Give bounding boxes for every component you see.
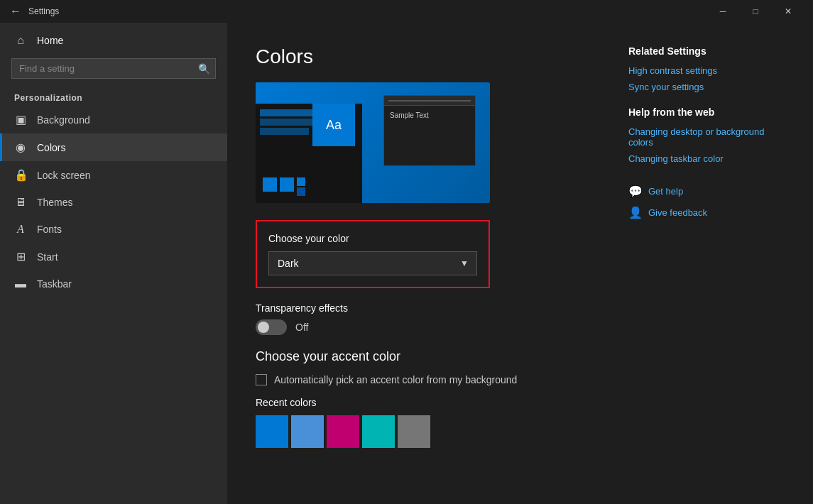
maximize-button[interactable]: □: [739, 0, 772, 23]
app-title: Settings: [28, 6, 706, 16]
sidebar-item-start[interactable]: ⊞ Start: [0, 243, 227, 270]
transparency-label: Transparency effects: [256, 302, 600, 314]
minimize-button[interactable]: ─: [706, 0, 739, 23]
related-settings-title: Related Settings: [628, 45, 785, 57]
page-title: Colors: [256, 45, 600, 68]
auto-accent-label: Automatically pick an accent color from …: [274, 374, 517, 385]
transparency-toggle-row: Off: [256, 319, 600, 335]
auto-accent-checkbox[interactable]: [256, 374, 267, 385]
sidebar-item-fonts[interactable]: A Fonts: [0, 216, 227, 243]
preview-window: Sample Text: [383, 95, 476, 166]
taskbar-icon: ▬: [14, 278, 27, 290]
swatch-3[interactable]: [362, 415, 395, 448]
preview-window-bar: [384, 96, 475, 106]
sidebar-item-taskbar[interactable]: ▬ Taskbar: [0, 270, 227, 297]
start-icon: ⊞: [14, 250, 27, 263]
give-feedback-item[interactable]: 👤 Give feedback: [628, 205, 785, 219]
changing-taskbar-link[interactable]: Changing taskbar color: [628, 153, 785, 164]
sidebar-item-themes[interactable]: 🖥 Themes: [0, 189, 227, 216]
swatch-1[interactable]: [291, 415, 324, 448]
recent-colors-label: Recent colors: [256, 397, 600, 408]
high-contrast-link[interactable]: High contrast settings: [628, 65, 785, 76]
swatch-2[interactable]: [327, 415, 359, 448]
accent-color-title: Choose your accent color: [256, 349, 600, 364]
preview-aa-box: Aa: [312, 104, 355, 146]
color-dropdown-wrapper: Dark Light Custom ▼: [268, 251, 477, 275]
transparency-toggle[interactable]: [256, 319, 287, 335]
app-container: ⌂ Home 🔍 Personalization ▣ Background ◉ …: [0, 23, 813, 504]
preview-tile-small-2: [297, 187, 305, 196]
toggle-knob: [258, 322, 269, 333]
choose-color-section: Choose your color Dark Light Custom ▼: [256, 220, 490, 288]
transparency-section: Transparency effects Off: [256, 302, 600, 335]
preview-tile-2: [280, 177, 294, 192]
sidebar-item-lock-screen[interactable]: 🔒 Lock screen: [0, 161, 227, 189]
choose-color-label: Choose your color: [268, 233, 477, 244]
color-swatches: [256, 415, 600, 448]
search-icon: 🔍: [198, 63, 210, 75]
back-button[interactable]: ←: [9, 4, 23, 18]
get-help-item[interactable]: 💬 Get help: [628, 184, 785, 198]
sidebar: ⌂ Home 🔍 Personalization ▣ Background ◉ …: [0, 23, 227, 504]
main-content: Colors Aa Sample Text: [227, 23, 813, 504]
preview-taskbar-row-3: [260, 128, 309, 135]
color-dropdown[interactable]: Dark Light Custom: [268, 251, 477, 275]
sidebar-item-home[interactable]: ⌂ Home: [0, 28, 227, 53]
changing-desktop-link[interactable]: Changing desktop or background colors: [628, 126, 785, 148]
home-icon: ⌂: [14, 34, 27, 47]
accent-color-section: Choose your accent color Automatically p…: [256, 349, 600, 448]
sidebar-item-colors[interactable]: ◉ Colors: [0, 133, 227, 161]
search-input[interactable]: [11, 58, 216, 79]
content-area: Colors Aa Sample Text: [256, 45, 600, 481]
preview-tiles: [263, 177, 305, 196]
get-help-link[interactable]: Get help: [648, 186, 683, 197]
give-feedback-link[interactable]: Give feedback: [648, 207, 707, 218]
preview-tile-small-1: [297, 177, 305, 186]
themes-icon: 🖥: [14, 196, 27, 209]
sync-settings-link[interactable]: Sync your settings: [628, 82, 785, 92]
colors-icon: ◉: [14, 141, 27, 154]
swatch-4[interactable]: [398, 415, 430, 448]
background-icon: ▣: [14, 113, 27, 126]
preview-taskbar-row-1: [260, 109, 319, 116]
lock-icon: 🔒: [14, 168, 27, 182]
color-preview: Aa Sample Text: [256, 82, 490, 203]
preview-tile-1: [263, 177, 277, 192]
preview-sample-text: Sample Text: [384, 106, 475, 125]
give-feedback-icon: 👤: [628, 205, 643, 219]
help-title: Help from the web: [628, 106, 785, 118]
right-panel: Related Settings High contrast settings …: [628, 45, 785, 481]
search-container: 🔍: [11, 58, 216, 79]
swatch-0[interactable]: [256, 415, 288, 448]
auto-accent-row[interactable]: Automatically pick an accent color from …: [256, 374, 600, 385]
titlebar: ← Settings ─ □ ✕: [0, 0, 813, 23]
window-controls: ─ □ ✕: [706, 0, 804, 23]
close-button[interactable]: ✕: [772, 0, 804, 23]
fonts-icon: A: [14, 223, 27, 236]
get-help-icon: 💬: [628, 184, 643, 198]
sidebar-item-background[interactable]: ▣ Background: [0, 106, 227, 133]
sidebar-section-title: Personalization: [0, 84, 227, 106]
window-bar-line: [388, 100, 471, 102]
transparency-value: Off: [295, 322, 308, 333]
